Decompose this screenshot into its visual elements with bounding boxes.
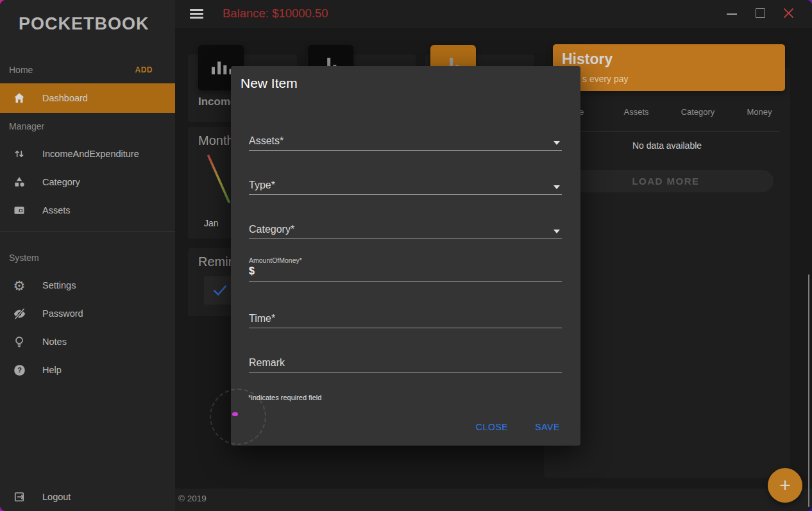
category-select-field[interactable]: Category* (249, 224, 562, 240)
sidebar-item-logout[interactable]: Logout (0, 483, 175, 511)
home-icon (12, 90, 27, 106)
assets-card-icon (12, 203, 27, 218)
x-axis-tick: Jan (204, 218, 219, 228)
desktop-wallpaper: Balance: $10000.50 Income (0, 0, 812, 511)
hamburger-menu-icon[interactable] (190, 9, 203, 19)
sidebar-item-label: Notes (42, 337, 67, 347)
gear-icon: ⚙ (12, 278, 27, 293)
field-underline (249, 328, 562, 328)
history-title: History (562, 51, 613, 68)
required-field-note: *indicates required field (248, 394, 321, 401)
category-icon (12, 174, 27, 190)
sidebar-item-label: Password (42, 308, 83, 319)
amount-of-money-field[interactable]: AmountOfMoney* $ (249, 256, 562, 282)
footer: © 2019 (175, 489, 812, 511)
close-window-button[interactable] (783, 8, 794, 19)
history-panel: History s every pay Time Assets Category… (544, 67, 790, 478)
app-window: Balance: $10000.50 Income (0, 0, 812, 511)
add-item-fab[interactable]: + (768, 468, 802, 503)
dialog-actions: CLOSE SAVE (467, 416, 569, 438)
sidebar-item-settings[interactable]: ⚙ Settings (0, 271, 175, 299)
currency-prefix: $ (249, 265, 255, 277)
history-header: History s every pay (553, 44, 785, 91)
assets-select-field[interactable]: Assets* (249, 135, 562, 151)
sidebar-item-label: Help (42, 365, 62, 375)
field-underline (249, 239, 562, 239)
empty-state-text: No data available (544, 140, 790, 151)
close-button[interactable]: CLOSE (467, 416, 517, 438)
sidebar-item-label: Dashboard (42, 93, 88, 103)
sidebar-item-dashboard[interactable]: Dashboard (0, 83, 175, 113)
chevron-down-icon (554, 230, 560, 233)
sidebar-divider (0, 231, 175, 231)
sidebar-item-label: Assets (42, 205, 71, 215)
scrollbar-thumb[interactable] (808, 274, 809, 507)
sidebar-item-label: Logout (42, 492, 71, 502)
section-header-home: Home (9, 65, 33, 75)
eye-off-icon (12, 306, 27, 321)
dialog-title: New Item (241, 76, 298, 91)
field-underline (249, 150, 562, 151)
svg-text:?: ? (17, 366, 22, 374)
import-export-icon (12, 146, 27, 162)
section-header-manager: Manager (9, 121, 44, 131)
column-assets: Assets (605, 107, 667, 117)
time-field[interactable]: Time* (249, 313, 562, 329)
balance-text: Balance: $10000.50 (223, 6, 328, 21)
sidebar-item-notes[interactable]: Notes (0, 328, 175, 356)
sidebar-item-label: IncomeAndExpenditure (42, 149, 139, 159)
sidebar: POCKETBOOK Home ADD Dashboard Manager In… (0, 0, 175, 511)
chevron-down-icon (554, 185, 560, 189)
app-logo: POCKETBOOK (19, 14, 149, 34)
sidebar-item-password[interactable]: Password (0, 299, 175, 328)
logout-icon (12, 489, 27, 505)
copyright-text: © 2019 (178, 494, 207, 503)
save-button[interactable]: SAVE (526, 416, 569, 438)
new-item-dialog: New Item Assets* Type* Category* AmountO… (231, 66, 580, 446)
maximize-button[interactable] (756, 8, 765, 18)
lightbulb-icon (12, 334, 27, 349)
column-money: Money (729, 107, 790, 117)
sidebar-item-category[interactable]: Category (0, 168, 175, 196)
sidebar-item-help[interactable]: ? Help (0, 356, 175, 384)
sidebar-item-income-expenditure[interactable]: IncomeAndExpenditure (0, 140, 175, 168)
field-underline (249, 281, 562, 282)
history-subtitle: s every pay (582, 74, 629, 84)
field-underline (249, 372, 562, 373)
section-header-system: System (9, 253, 39, 263)
type-select-field[interactable]: Type* (249, 180, 562, 196)
top-bar: Balance: $10000.50 (175, 0, 812, 28)
table-divider (554, 131, 780, 131)
field-underline (249, 194, 562, 195)
column-category: Category (667, 107, 729, 117)
sidebar-item-label: Category (42, 177, 80, 187)
help-circle-icon: ? (12, 362, 27, 378)
sidebar-item-assets[interactable]: Assets (0, 196, 175, 224)
minimize-button[interactable] (727, 13, 737, 15)
remark-field[interactable]: Remark (249, 357, 562, 373)
load-more-button[interactable]: LOAD MORE (558, 170, 774, 192)
sidebar-item-label: Settings (42, 280, 76, 290)
chevron-down-icon (554, 141, 560, 145)
add-link[interactable]: ADD (135, 65, 153, 74)
history-table-header: Time Assets Category Money (544, 107, 790, 117)
check-icon (212, 282, 228, 299)
